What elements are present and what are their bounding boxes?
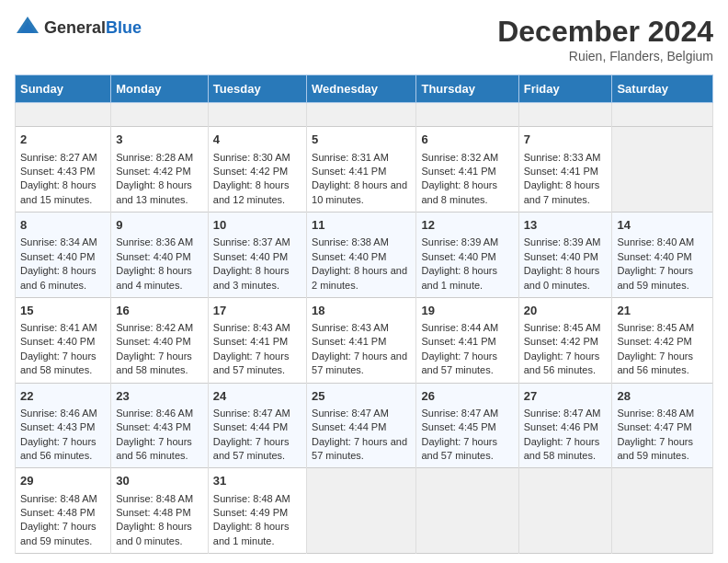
day-number: 5 — [312, 132, 411, 148]
sunrise: Sunrise: 8:44 AM — [421, 322, 498, 333]
daylight: Daylight: 7 hours and 57 minutes. — [421, 350, 497, 375]
calendar-week-1: 2Sunrise: 8:27 AMSunset: 4:43 PMDaylight… — [16, 127, 713, 213]
day-number: 4 — [213, 132, 301, 148]
sunset: Sunset: 4:40 PM — [524, 251, 598, 262]
calendar-cell: 31Sunrise: 8:48 AMSunset: 4:49 PMDayligh… — [208, 468, 306, 554]
daylight: Daylight: 7 hours and 57 minutes. — [421, 436, 497, 461]
calendar-cell — [612, 127, 713, 213]
calendar-week-2: 8Sunrise: 8:34 AMSunset: 4:40 PMDaylight… — [16, 213, 713, 298]
sunrise: Sunrise: 8:36 AM — [116, 236, 193, 247]
day-number: 17 — [213, 303, 301, 319]
col-saturday: Saturday — [612, 75, 713, 103]
calendar-cell: 10Sunrise: 8:37 AMSunset: 4:40 PMDayligh… — [208, 213, 306, 298]
daylight: Daylight: 7 hours and 57 minutes. — [213, 350, 290, 375]
day-number: 13 — [524, 217, 608, 234]
calendar-week-0 — [16, 103, 713, 127]
sunset: Sunset: 4:40 PM — [116, 251, 190, 262]
daylight: Daylight: 8 hours and 3 minutes. — [213, 265, 290, 290]
sunrise: Sunrise: 8:48 AM — [213, 493, 290, 504]
sunrise: Sunrise: 8:27 AM — [20, 152, 97, 163]
sunset: Sunset: 4:40 PM — [20, 251, 95, 262]
daylight: Daylight: 7 hours and 57 minutes. — [312, 436, 407, 461]
calendar-cell: 16Sunrise: 8:42 AMSunset: 4:40 PMDayligh… — [111, 297, 209, 383]
calendar-cell: 22Sunrise: 8:46 AMSunset: 4:43 PMDayligh… — [16, 383, 111, 468]
calendar-cell — [612, 103, 713, 127]
calendar-cell: 18Sunrise: 8:43 AMSunset: 4:41 PMDayligh… — [307, 297, 416, 383]
sunrise: Sunrise: 8:48 AM — [20, 493, 97, 504]
calendar-cell — [416, 103, 518, 127]
sunset: Sunset: 4:40 PM — [617, 251, 691, 262]
day-number: 26 — [421, 388, 513, 405]
day-number: 22 — [20, 388, 106, 405]
calendar-cell: 27Sunrise: 8:47 AMSunset: 4:46 PMDayligh… — [518, 383, 612, 468]
calendar-cell — [307, 103, 416, 127]
daylight: Daylight: 7 hours and 59 minutes. — [617, 436, 693, 461]
sunset: Sunset: 4:42 PM — [116, 166, 190, 177]
sunset: Sunset: 4:41 PM — [312, 336, 386, 347]
sunset: Sunset: 4:43 PM — [20, 421, 95, 432]
sunset: Sunset: 4:41 PM — [421, 336, 495, 347]
sunrise: Sunrise: 8:45 AM — [524, 322, 601, 333]
sunset: Sunset: 4:46 PM — [524, 421, 598, 432]
day-number: 20 — [524, 303, 608, 319]
title-area: December 2024 Ruien, Flanders, Belgium — [497, 15, 713, 63]
daylight: Daylight: 7 hours and 57 minutes. — [213, 436, 290, 461]
sunrise: Sunrise: 8:43 AM — [312, 322, 389, 333]
sunset: Sunset: 4:44 PM — [213, 421, 288, 432]
calendar-cell: 28Sunrise: 8:48 AMSunset: 4:47 PMDayligh… — [612, 383, 713, 468]
sunrise: Sunrise: 8:30 AM — [213, 152, 290, 163]
daylight: Daylight: 7 hours and 56 minutes. — [524, 350, 600, 375]
sunset: Sunset: 4:43 PM — [116, 421, 190, 432]
sunrise: Sunrise: 8:45 AM — [617, 322, 694, 333]
logo-text-general: General — [44, 18, 106, 37]
calendar-cell — [307, 468, 416, 554]
sunrise: Sunrise: 8:40 AM — [617, 236, 694, 247]
day-number: 14 — [617, 217, 708, 234]
sunrise: Sunrise: 8:38 AM — [312, 236, 389, 247]
day-number: 29 — [20, 473, 106, 489]
daylight: Daylight: 8 hours and 0 minutes. — [524, 265, 600, 290]
sunset: Sunset: 4:41 PM — [312, 166, 386, 177]
sunset: Sunset: 4:44 PM — [312, 421, 386, 432]
daylight: Daylight: 8 hours and 0 minutes. — [116, 521, 192, 546]
daylight: Daylight: 8 hours and 1 minute. — [421, 265, 497, 290]
daylight: Daylight: 8 hours and 8 minutes. — [421, 179, 497, 204]
main-title: December 2024 — [497, 15, 713, 49]
daylight: Daylight: 7 hours and 56 minutes. — [116, 436, 192, 461]
calendar-cell — [416, 468, 518, 554]
sunrise: Sunrise: 8:43 AM — [213, 322, 290, 333]
daylight: Daylight: 8 hours and 6 minutes. — [20, 265, 97, 290]
daylight: Daylight: 7 hours and 56 minutes. — [617, 350, 693, 375]
day-number: 9 — [116, 217, 203, 234]
calendar-cell: 29Sunrise: 8:48 AMSunset: 4:48 PMDayligh… — [16, 468, 111, 554]
sunrise: Sunrise: 8:42 AM — [116, 322, 193, 333]
subtitle: Ruien, Flanders, Belgium — [497, 49, 713, 63]
calendar-cell: 21Sunrise: 8:45 AMSunset: 4:42 PMDayligh… — [612, 297, 713, 383]
calendar-cell — [518, 468, 612, 554]
sunrise: Sunrise: 8:47 AM — [421, 408, 498, 419]
calendar-cell — [208, 103, 306, 127]
daylight: Daylight: 7 hours and 59 minutes. — [617, 265, 693, 290]
day-number: 15 — [20, 303, 106, 319]
calendar-cell: 19Sunrise: 8:44 AMSunset: 4:41 PMDayligh… — [416, 297, 518, 383]
calendar-cell: 25Sunrise: 8:47 AMSunset: 4:44 PMDayligh… — [307, 383, 416, 468]
day-number: 25 — [312, 388, 411, 405]
calendar-cell: 23Sunrise: 8:46 AMSunset: 4:43 PMDayligh… — [111, 383, 209, 468]
calendar-cell: 4Sunrise: 8:30 AMSunset: 4:42 PMDaylight… — [208, 127, 306, 213]
calendar-cell — [612, 468, 713, 554]
day-number: 21 — [617, 303, 708, 319]
sunrise: Sunrise: 8:37 AM — [213, 236, 290, 247]
day-number: 12 — [421, 217, 513, 234]
sunrise: Sunrise: 8:46 AM — [116, 408, 193, 419]
calendar-cell: 20Sunrise: 8:45 AMSunset: 4:42 PMDayligh… — [518, 297, 612, 383]
calendar-cell: 9Sunrise: 8:36 AMSunset: 4:40 PMDaylight… — [111, 213, 209, 298]
day-number: 31 — [213, 473, 301, 489]
sunrise: Sunrise: 8:33 AM — [524, 152, 601, 163]
sunset: Sunset: 4:40 PM — [20, 336, 95, 347]
sunset: Sunset: 4:40 PM — [213, 251, 288, 262]
calendar-cell: 11Sunrise: 8:38 AMSunset: 4:40 PMDayligh… — [307, 213, 416, 298]
logo: GeneralBlue — [15, 15, 142, 40]
sunset: Sunset: 4:41 PM — [524, 166, 598, 177]
sunset: Sunset: 4:43 PM — [20, 166, 95, 177]
daylight: Daylight: 7 hours and 58 minutes. — [20, 350, 97, 375]
